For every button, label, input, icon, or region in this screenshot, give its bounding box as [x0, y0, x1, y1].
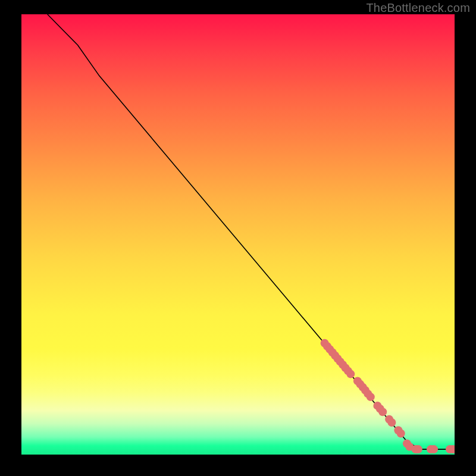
data-point — [321, 339, 329, 347]
data-point — [328, 348, 337, 356]
data-point — [336, 358, 345, 366]
data-point — [449, 445, 455, 453]
data-point — [333, 355, 342, 363]
data-point — [412, 445, 420, 453]
data-point — [353, 377, 362, 385]
data-point — [323, 342, 331, 350]
data-point — [376, 405, 384, 413]
data-point — [331, 352, 339, 360]
data-point — [373, 402, 381, 410]
data-point — [414, 445, 422, 453]
watermark-label: TheBottleneck.com — [366, 1, 470, 15]
data-point — [364, 390, 372, 398]
chart-overlay-svg — [21, 14, 455, 455]
data-point — [325, 345, 334, 353]
data-point — [339, 361, 347, 369]
data-point — [359, 383, 367, 392]
data-point — [346, 370, 355, 378]
data-point — [367, 393, 375, 401]
data-point — [427, 445, 435, 453]
data-point — [361, 386, 369, 394]
chart-gradient-area — [21, 14, 455, 455]
data-point — [385, 415, 393, 424]
data-point — [403, 440, 411, 448]
data-point — [397, 430, 405, 438]
data-point — [394, 426, 402, 434]
data-point — [387, 418, 396, 427]
data-point — [430, 445, 438, 453]
data-point — [356, 380, 364, 389]
bottleneck-curve — [48, 14, 455, 449]
data-point — [378, 408, 387, 416]
data-point — [344, 367, 352, 375]
data-point — [405, 443, 414, 451]
data-point — [342, 364, 350, 372]
data-point — [446, 445, 454, 453]
data-point-group — [321, 339, 455, 453]
